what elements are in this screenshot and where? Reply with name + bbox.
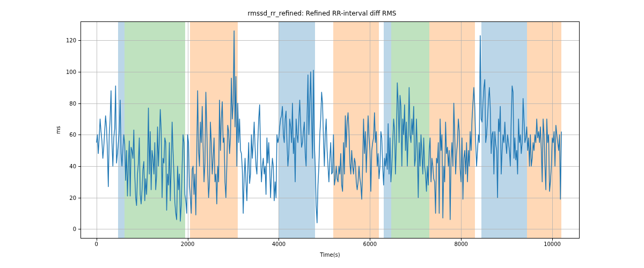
- y-tick-mark: [78, 72, 80, 72]
- x-tick-label: 8000: [454, 241, 467, 247]
- axes: 0200040006000800010000 020406080100120 T…: [80, 21, 580, 239]
- x-tick-label: 4000: [272, 241, 286, 247]
- x-tick-label: 6000: [363, 241, 377, 247]
- x-tick-mark: [461, 239, 462, 241]
- y-tick-mark: [78, 198, 80, 198]
- plot-area: [80, 21, 580, 239]
- y-tick-mark: [78, 229, 80, 229]
- figure: rmssd_rr_refined: Refined RR-interval di…: [0, 0, 644, 268]
- x-tick-mark: [370, 239, 370, 241]
- chart-title: rmssd_rr_refined: Refined RR-interval di…: [0, 10, 644, 17]
- line-series: [80, 21, 580, 239]
- y-tick-mark: [78, 40, 80, 41]
- x-axis-label: Time(s): [80, 252, 580, 258]
- y-tick-mark: [78, 166, 80, 167]
- x-tick-mark: [188, 239, 188, 241]
- y-tick-mark: [78, 103, 80, 104]
- y-tick-mark: [78, 135, 80, 135]
- x-tick-label: 2000: [181, 241, 194, 247]
- x-tick-mark: [279, 239, 279, 241]
- x-tick-label: 10000: [544, 241, 561, 247]
- y-axis-label: ms: [55, 21, 61, 239]
- x-tick-mark: [552, 239, 553, 241]
- x-tick-mark: [97, 239, 97, 241]
- x-tick-label: 0: [95, 241, 98, 247]
